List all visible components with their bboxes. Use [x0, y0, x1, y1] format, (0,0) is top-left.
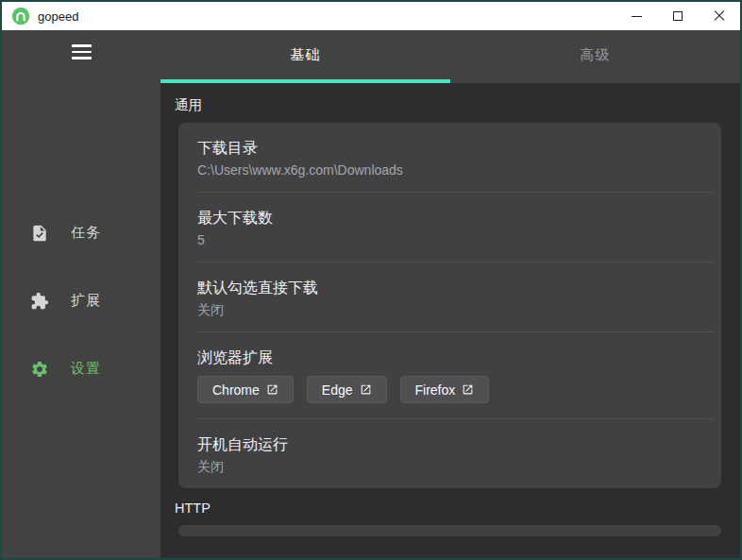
- gear-icon: [30, 360, 49, 379]
- browser-ext-buttons: Chrome Edge Firefox: [197, 376, 702, 406]
- close-button[interactable]: [699, 2, 740, 30]
- firefox-button-label: Firefox: [415, 382, 456, 398]
- setting-item-download-dir[interactable]: 下载目录 C:\Users\www.x6g.com\Downloads: [178, 123, 721, 192]
- settings-tabbar: 基础 高级: [160, 30, 740, 83]
- sidebar-item-label: 设置: [71, 360, 101, 378]
- tab-advanced[interactable]: 高级: [450, 30, 740, 83]
- menu-button[interactable]: [70, 42, 93, 61]
- setting-item-direct-download[interactable]: 默认勾选直接下载 关闭: [178, 263, 721, 331]
- tab-basic[interactable]: 基础: [160, 30, 450, 83]
- setting-value: 5: [197, 230, 702, 249]
- firefox-button[interactable]: Firefox: [400, 376, 490, 403]
- setting-value: C:\Users\www.x6g.com\Downloads: [197, 161, 702, 179]
- setting-title: 默认勾选直接下载: [197, 278, 702, 298]
- setting-value: 关闭: [197, 457, 702, 476]
- minimize-button[interactable]: [616, 2, 657, 30]
- sidebar-nav: 任务 扩展 设置: [2, 199, 160, 403]
- sidebar: 任务 扩展 设置: [2, 30, 160, 558]
- setting-title: 浏览器扩展: [197, 348, 702, 368]
- maximize-button[interactable]: [657, 2, 699, 30]
- hamburger-icon: [72, 44, 92, 47]
- section-label-general: 通用: [174, 96, 721, 114]
- http-settings-card-partial: [178, 525, 721, 536]
- gopeed-logo-icon: [11, 7, 30, 25]
- section-label-http: HTTP: [174, 501, 721, 516]
- open-in-new-icon: [360, 383, 372, 396]
- sidebar-item-label: 扩展: [71, 292, 101, 310]
- open-in-new-icon: [462, 383, 474, 396]
- chrome-button-label: Chrome: [212, 382, 260, 398]
- titlebar: gopeed: [2, 2, 740, 30]
- puzzle-icon: [30, 292, 49, 311]
- settings-scroll-area[interactable]: 通用 下载目录 C:\Users\www.x6g.com\Downloads 最…: [160, 83, 740, 558]
- sidebar-item-extensions[interactable]: 扩展: [2, 267, 160, 335]
- minimize-icon: [632, 16, 642, 17]
- setting-value: 关闭: [197, 300, 702, 319]
- sidebar-item-tasks[interactable]: 任务: [2, 199, 160, 267]
- task-file-icon: [30, 224, 49, 243]
- sidebar-item-label: 任务: [71, 224, 101, 242]
- setting-item-browser-extension: 浏览器扩展 Chrome Edge Firefox: [178, 332, 721, 418]
- maximize-icon: [673, 11, 683, 21]
- main-panel: 基础 高级 通用 下载目录 C:\Users\www.x6g.com\Downl…: [160, 30, 740, 558]
- sidebar-item-settings[interactable]: 设置: [2, 335, 160, 403]
- close-icon: [714, 10, 725, 22]
- app-window: gopeed 任务: [0, 0, 742, 560]
- window-controls: [616, 2, 740, 30]
- chrome-button[interactable]: Chrome: [197, 376, 294, 403]
- setting-title: 最大下载数: [197, 208, 702, 229]
- setting-title: 开机自动运行: [197, 434, 702, 455]
- window-title: gopeed: [38, 9, 78, 24]
- open-in-new-icon: [266, 383, 278, 396]
- general-settings-card: 下载目录 C:\Users\www.x6g.com\Downloads 最大下载…: [178, 123, 721, 488]
- setting-item-autostart[interactable]: 开机自动运行 关闭: [178, 419, 721, 488]
- edge-button[interactable]: Edge: [307, 376, 387, 403]
- edge-button-label: Edge: [322, 382, 353, 398]
- setting-title: 下载目录: [197, 138, 702, 159]
- setting-item-max-downloads[interactable]: 最大下载数 5: [178, 193, 721, 262]
